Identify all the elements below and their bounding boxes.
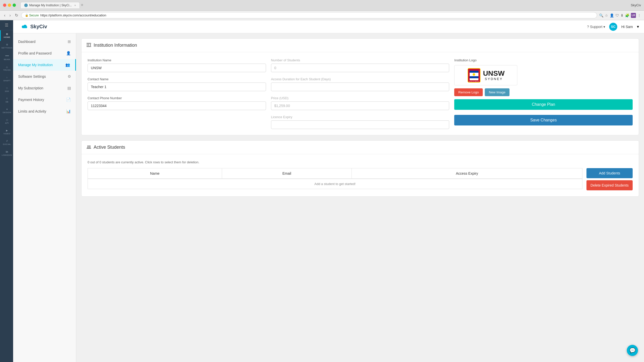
contact-phone-input[interactable]	[88, 101, 266, 110]
students-table-area: Name Email Access Expiry Add a student t…	[88, 168, 582, 190]
sidebar-item-limits[interactable]: Limits and Activity 📊	[13, 106, 76, 117]
licence-expiry-group: Licence Expiry	[271, 115, 449, 129]
support-icon: ?	[587, 25, 589, 29]
institution-name-input[interactable]	[88, 64, 266, 72]
sidebar-item-institution[interactable]: Manage My Institution 👥	[13, 59, 76, 71]
close-window-btn[interactable]	[3, 4, 6, 7]
tab-title: Manage My Institution | SkyCi...	[29, 4, 72, 7]
refresh-btn[interactable]: ↻	[14, 12, 19, 18]
students-table: Name Email Access Expiry Add a student t…	[88, 168, 582, 189]
sb-icon: T	[6, 97, 8, 100]
icon-nav-linkedin[interactable]: in LINKEDIN	[0, 148, 13, 159]
lock-icon: 🔒	[25, 14, 29, 17]
svg-rect-3	[90, 44, 91, 46]
icon-nav-sb[interactable]: T SB	[0, 95, 13, 106]
tab-bar: Manage My Institution | SkyCi... × +	[20, 2, 629, 8]
topbar-right: ? Support ▾ SC Hi Sam ▾	[587, 23, 639, 31]
download-icon[interactable]: ⬇	[621, 13, 624, 17]
institution-icon: 👥	[65, 63, 70, 67]
icon-nav-beam[interactable]: ━━ BEAM	[0, 51, 13, 63]
profile-nav-icon: 👤	[66, 51, 71, 56]
new-image-btn[interactable]: New Image	[485, 88, 509, 96]
hamburger-menu[interactable]: ☰	[5, 23, 8, 28]
icon-nav-design[interactable]: ✦ DESIGN	[0, 106, 13, 116]
price-input[interactable]	[271, 101, 449, 110]
remove-logo-btn[interactable]: Remove Logo	[454, 88, 483, 96]
address-input[interactable]: 🔒 Secure https://platform.skyciv.com/acc…	[21, 12, 597, 18]
sidebar-item-dashboard[interactable]: Dashboard ⊞	[13, 36, 76, 47]
institution-form-grid: Institution Name Contact Name Contact Ph…	[88, 58, 633, 129]
institution-card-header: Institution Information	[82, 39, 639, 52]
shield-icon[interactable]: 🛡	[615, 13, 619, 17]
empty-message: Add a student to get started!	[88, 179, 582, 189]
skyciv-cloud-icon	[20, 24, 28, 30]
profile-icon[interactable]: 👤	[610, 13, 614, 17]
table-empty-row: Add a student to get started!	[88, 179, 582, 189]
tab-favicon	[24, 4, 28, 7]
access-duration-input[interactable]	[271, 83, 449, 91]
icon-nav-3sd[interactable]: □ 3SD	[0, 84, 13, 95]
extension-icon[interactable]: LH	[631, 13, 636, 18]
new-tab-btn[interactable]: +	[81, 3, 84, 8]
icon-nav-settings[interactable]: ⚙ SETTINGS	[0, 41, 13, 51]
limits-icon: 📊	[66, 109, 71, 114]
support-button[interactable]: ? Support ▾	[587, 25, 605, 29]
unsw-text-logo: UNSW SYDNEY	[483, 70, 505, 81]
col-access-expiry: Access Expiry	[352, 168, 582, 179]
contact-name-input[interactable]	[88, 83, 266, 91]
user-avatar[interactable]: SC	[609, 23, 617, 31]
logo-text: SkyCiv	[30, 24, 47, 30]
shaft-icon: ○	[6, 76, 8, 79]
back-btn[interactable]: ‹	[3, 13, 6, 18]
licence-expiry-input[interactable]	[271, 120, 449, 129]
num-students-label: Number of Students	[271, 58, 449, 62]
licence-expiry-label: Licence Expiry	[271, 115, 449, 119]
search-icon[interactable]: 🔍	[599, 13, 603, 17]
forward-btn[interactable]: ›	[8, 13, 12, 18]
svg-point-12	[87, 145, 89, 147]
col-name: Name	[88, 168, 222, 179]
browser-title-right: SkyCiv	[631, 3, 641, 7]
sidebar-item-subscription[interactable]: My Subscription ▤	[13, 82, 76, 94]
icon-nav-api[interactable]: ◻ API	[0, 116, 13, 127]
icon-sidebar: ☰ ⊞ HOME ⚙ SETTINGS ━━ BEAM △ TRUSS ○ SH…	[0, 20, 13, 362]
logo-preview: MANU ET MENTE UNSW SYDNEY	[454, 65, 517, 85]
icon-nav-home[interactable]: ⊞ HOME	[0, 30, 13, 41]
icon-nav-facebook[interactable]: f SOCIAL	[0, 137, 13, 148]
sidebar-item-payment[interactable]: Payment History 📄	[13, 94, 76, 106]
menu-icon[interactable]: ⋮	[637, 13, 641, 17]
sidebar-item-profile[interactable]: Profile and Password 👤	[13, 47, 76, 59]
institution-name-group: Institution Name	[88, 58, 266, 72]
change-plan-btn[interactable]: Change Plan	[454, 99, 633, 110]
puzzle-icon[interactable]: 🧩	[625, 13, 629, 17]
students-card-header: Active Students	[82, 141, 639, 154]
students-card-title: Active Students	[94, 145, 125, 150]
maximize-window-btn[interactable]	[13, 4, 16, 7]
logo-area: Institution Logo	[454, 58, 633, 125]
gear-icon: ⚙	[6, 43, 8, 46]
institution-logo-label: Institution Logo	[454, 58, 633, 62]
chat-widget[interactable]: 💬	[627, 345, 638, 356]
traffic-lights	[3, 4, 16, 7]
active-tab[interactable]: Manage My Institution | SkyCi... ×	[20, 2, 80, 8]
svg-text:MANU ET MENTE: MANU ET MENTE	[469, 81, 479, 82]
save-changes-btn[interactable]: Save Changes	[454, 115, 633, 125]
delete-expired-students-btn[interactable]: Delete Expired Students	[586, 180, 633, 190]
num-students-group: Number of Students	[271, 58, 449, 72]
bookmark-icon[interactable]: ☆	[605, 13, 608, 17]
svg-rect-8	[470, 71, 478, 73]
app-logo: SkyCiv	[20, 24, 47, 30]
secure-badge: 🔒 Secure	[25, 14, 39, 17]
sidebar-item-software[interactable]: Software Settings ⚙	[13, 71, 76, 82]
col-email: Email	[222, 168, 352, 179]
students-description: 0 out of 0 students are currently active…	[88, 160, 633, 164]
num-students-input[interactable]	[271, 64, 449, 72]
icon-nav-truss[interactable]: △ TRUSS	[0, 63, 13, 74]
user-chevron-icon[interactable]: ▾	[637, 24, 639, 29]
icon-nav-shaft[interactable]: ○ SHAFT	[0, 74, 13, 84]
icon-nav-youtube[interactable]: ▶ VIDEO	[0, 127, 13, 137]
tab-close-btn[interactable]: ×	[74, 4, 76, 7]
minimize-window-btn[interactable]	[8, 4, 11, 7]
unsw-logo: MANU ET MENTE UNSW SYDNEY	[467, 67, 505, 84]
add-students-btn[interactable]: Add Students	[586, 168, 633, 178]
